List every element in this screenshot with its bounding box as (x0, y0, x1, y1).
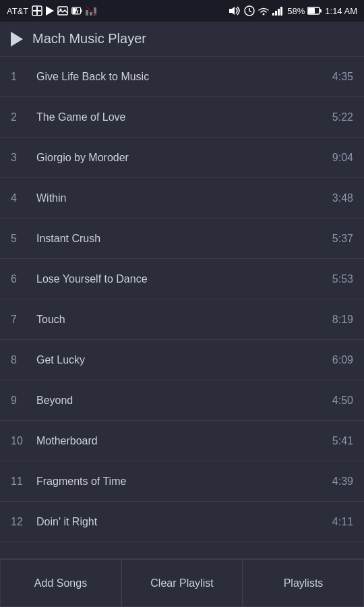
track-number: 8 (11, 354, 31, 366)
svg-marker-13 (229, 7, 235, 15)
track-number: 3 (11, 152, 31, 164)
track-duration: 8:19 (332, 314, 353, 326)
track-title: Touch (31, 314, 332, 326)
track-duration: 4:39 (332, 475, 353, 488)
track-row[interactable]: 7Touch8:19 (0, 299, 364, 340)
track-row[interactable]: 6Lose Yourself to Dance5:53 (0, 259, 364, 299)
clock-icon (244, 5, 255, 16)
header-title: Mach Music Player (32, 31, 146, 47)
wifi-icon (257, 6, 270, 16)
track-title: Fragments of Time (31, 475, 332, 488)
no-signal-icon (86, 6, 96, 16)
battery-charging-icon (71, 6, 82, 16)
track-duration: 5:37 (332, 233, 353, 245)
clear-playlist-button[interactable]: Clear Playlist (121, 559, 243, 607)
add-icon (32, 5, 42, 16)
svg-rect-19 (280, 7, 282, 16)
track-row[interactable]: 1Give Life Back to Music4:35 (0, 57, 364, 97)
track-title: Lose Yourself to Dance (31, 273, 332, 285)
header-play-icon (11, 32, 23, 47)
svg-rect-1 (33, 10, 41, 11)
bottom-bar: Add Songs Clear Playlist Playlists (0, 558, 364, 607)
svg-rect-16 (272, 13, 274, 16)
track-number: 2 (11, 111, 31, 123)
carrier-label: AT&T (7, 6, 28, 16)
battery-label: 58% (287, 6, 305, 16)
track-duration: 6:09 (332, 354, 353, 366)
track-number: 6 (11, 273, 31, 285)
track-number: 5 (11, 233, 31, 245)
header: Mach Music Player (0, 22, 364, 57)
track-title: Beyond (31, 395, 332, 407)
track-row[interactable]: 11Fragments of Time4:39 (0, 461, 364, 502)
track-number: 1 (11, 71, 31, 83)
track-title: Giorgio by Moroder (31, 152, 332, 164)
track-title: Doin' it Right (31, 516, 332, 528)
track-row[interactable]: 5Instant Crush5:37 (0, 219, 364, 259)
track-number: 10 (11, 435, 31, 447)
track-number: 9 (11, 395, 31, 407)
track-row[interactable]: 3Giorgio by Moroder9:04 (0, 138, 364, 178)
track-row[interactable]: 9Beyond4:50 (0, 380, 364, 421)
add-songs-button[interactable]: Add Songs (0, 559, 121, 607)
status-bar: AT&T 58% 1:14 AM (0, 0, 364, 22)
track-number: 4 (11, 192, 31, 204)
svg-rect-7 (81, 9, 82, 13)
signal-icon (272, 6, 284, 16)
track-row[interactable]: 4Within3:48 (0, 178, 364, 219)
track-title: Give Life Back to Music (31, 71, 332, 83)
time-label: 1:14 AM (325, 6, 357, 16)
svg-marker-9 (86, 10, 88, 16)
track-title: Instant Crush (31, 233, 332, 245)
track-duration: 5:41 (332, 435, 353, 447)
status-left: AT&T (7, 5, 96, 16)
track-number: 12 (11, 516, 31, 528)
svg-marker-3 (46, 6, 54, 16)
svg-rect-17 (275, 11, 277, 16)
svg-rect-8 (73, 8, 76, 13)
track-duration: 4:11 (332, 516, 353, 528)
track-duration: 9:04 (332, 152, 353, 164)
svg-rect-22 (308, 8, 315, 13)
svg-point-15 (263, 13, 265, 16)
track-duration: 5:53 (332, 273, 353, 285)
status-right: 58% 1:14 AM (229, 5, 357, 16)
track-row[interactable]: 2The Game of Love5:22 (0, 97, 364, 138)
svg-rect-21 (320, 9, 322, 13)
track-row[interactable]: 12Doin' it Right4:11 (0, 502, 364, 542)
track-number: 7 (11, 314, 31, 326)
track-title: Motherboard (31, 435, 332, 447)
track-duration: 3:48 (332, 192, 353, 204)
svg-rect-18 (278, 9, 280, 16)
track-title: Get Lucky (31, 354, 332, 366)
playlists-button[interactable]: Playlists (243, 559, 364, 607)
track-duration: 4:35 (332, 71, 353, 83)
track-row[interactable]: 8Get Lucky6:09 (0, 340, 364, 380)
battery-icon (307, 7, 322, 15)
track-title: Within (31, 192, 332, 204)
track-number: 11 (11, 475, 31, 488)
track-duration: 5:22 (332, 111, 353, 123)
track-list[interactable]: 1Give Life Back to Music4:352The Game of… (0, 57, 364, 558)
track-title: The Game of Love (31, 111, 332, 123)
svg-marker-10 (90, 12, 92, 16)
track-row[interactable]: 10Motherboard5:41 (0, 421, 364, 461)
track-duration: 4:50 (332, 395, 353, 407)
image-icon (57, 6, 68, 16)
volume-icon (229, 6, 241, 16)
play-icon-status (46, 6, 54, 16)
